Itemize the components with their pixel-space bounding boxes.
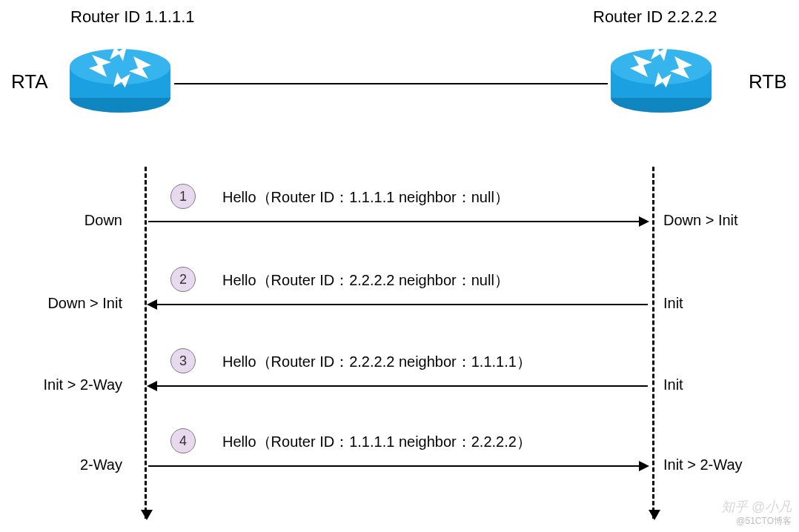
lifeline-b — [652, 167, 654, 519]
state-a-4: 2-Way — [0, 456, 137, 473]
arrow-1 — [148, 221, 648, 222]
arrow-2 — [148, 304, 648, 305]
router-a-name: RTA — [11, 70, 48, 93]
lifeline-a — [145, 167, 147, 519]
message-text-2: Hello（Router ID：2.2.2.2 neighbor：null） — [222, 270, 509, 290]
state-a-1: Down — [0, 212, 137, 229]
watermark-line-1: 知乎 @小凡 — [721, 499, 792, 516]
link-line — [174, 83, 608, 84]
state-a-2: Down > Init — [0, 295, 137, 312]
arrow-3 — [148, 385, 648, 387]
arrow-4 — [148, 465, 648, 467]
state-b-3: Init — [663, 376, 797, 393]
state-a-3: Init > 2-Way — [0, 376, 137, 393]
state-b-4: Init > 2-Way — [663, 456, 797, 473]
step-badge-1: 1 — [170, 184, 196, 209]
message-text-3: Hello（Router ID：2.2.2.2 neighbor：1.1.1.1… — [222, 352, 531, 372]
watermark-line-2: @51CTO博客 — [721, 516, 792, 528]
router-a-id-label: Router ID 1.1.1.1 — [70, 7, 195, 27]
router-b-name: RTB — [749, 70, 787, 93]
step-badge-3: 3 — [170, 348, 196, 373]
message-text-1: Hello（Router ID：1.1.1.1 neighbor：null） — [222, 187, 509, 207]
state-b-1: Down > Init — [663, 212, 797, 229]
watermark: 知乎 @小凡 @51CTO博客 — [721, 499, 792, 528]
message-text-4: Hello（Router ID：1.1.1.1 neighbor：2.2.2.2… — [222, 432, 531, 452]
step-badge-4: 4 — [170, 428, 196, 453]
step-badge-2: 2 — [170, 267, 196, 292]
router-b-icon — [608, 37, 715, 119]
state-b-2: Init — [663, 295, 797, 312]
router-a-icon — [67, 37, 174, 119]
router-b-id-label: Router ID 2.2.2.2 — [593, 7, 717, 27]
